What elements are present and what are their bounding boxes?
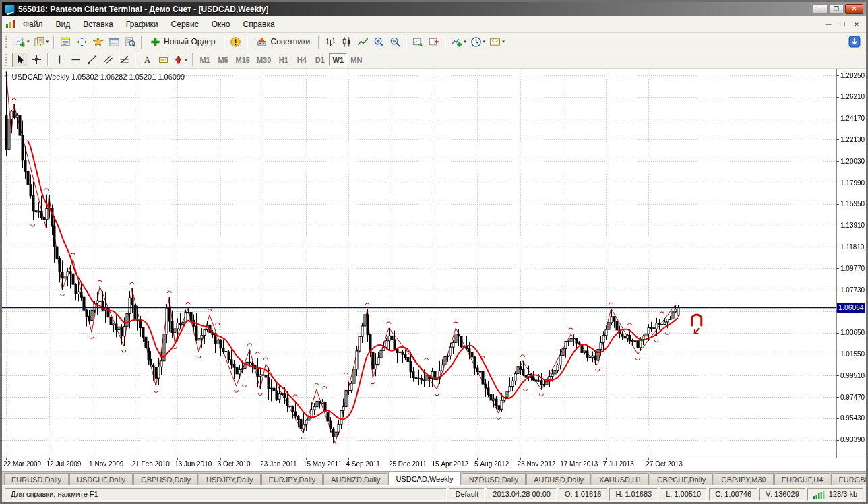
indicators-button[interactable]: ▾ xyxy=(449,34,468,49)
timeframe-mn-button[interactable]: MN xyxy=(347,53,365,66)
connection-signal-icon xyxy=(813,490,826,499)
text-icon: A xyxy=(142,55,152,65)
menu-view[interactable]: Вид xyxy=(50,17,77,32)
timeframe-h1-button[interactable]: H1 xyxy=(274,53,292,66)
tab-usdchf-daily[interactable]: USDCHF,Daily xyxy=(69,473,133,485)
periods-button[interactable]: ▾ xyxy=(468,34,488,49)
candlestick-chart-icon xyxy=(341,36,352,48)
terminal-icon xyxy=(108,36,120,48)
crosshair-button[interactable] xyxy=(28,53,44,67)
arrows-shapes-icon xyxy=(173,55,183,65)
price-chart-canvas[interactable] xyxy=(2,69,866,471)
timeframe-m15-button[interactable]: M15 xyxy=(232,53,253,66)
menu-charts[interactable]: Графики xyxy=(120,17,164,32)
candlestick-chart-button[interactable] xyxy=(338,34,354,49)
restore-button[interactable]: ❐ xyxy=(829,4,844,14)
status-profile[interactable]: Default xyxy=(449,488,485,501)
expert-advisors-label: Советники xyxy=(271,37,311,46)
community-icon xyxy=(848,36,861,48)
expert-advisors-button[interactable]: Советники xyxy=(251,34,316,49)
horizontal-line-icon xyxy=(71,55,81,65)
important-alert-button[interactable] xyxy=(228,34,244,49)
tab-eurgbp-daily[interactable]: EURGBP,Daily xyxy=(831,473,866,485)
new-chart-button[interactable]: ▾ xyxy=(12,34,32,49)
toolbar-separator xyxy=(445,36,446,49)
tab-audnzd-daily[interactable]: AUDNZD,Daily xyxy=(323,473,388,485)
text-label-button[interactable] xyxy=(155,53,171,67)
templates-icon xyxy=(489,36,501,48)
bar-chart-icon xyxy=(325,36,336,48)
tab-audusd-daily[interactable]: AUDUSD,Daily xyxy=(526,473,591,485)
line-chart-button[interactable] xyxy=(354,34,371,49)
chart-shift-button[interactable] xyxy=(426,34,442,49)
status-connection: 128/3 kb xyxy=(807,488,863,501)
data-window-button[interactable] xyxy=(73,34,90,49)
channel-button[interactable] xyxy=(100,53,116,67)
new-order-icon xyxy=(150,37,160,47)
tab-usdcad-weekly[interactable]: USDCAD,Weekly xyxy=(388,472,460,485)
market-watch-button[interactable] xyxy=(57,34,73,49)
menu-insert[interactable]: Вставка xyxy=(77,17,119,32)
toolbar-separator xyxy=(318,36,319,49)
tab-xauusd-h1[interactable]: XAUUSD,H1 xyxy=(592,473,649,485)
timeframe-m1-button[interactable]: M1 xyxy=(196,53,214,66)
mdi-minimize-button[interactable]: — xyxy=(822,20,834,30)
dropdown-arrow-icon: ▾ xyxy=(46,39,49,44)
menu-file[interactable]: Файл xyxy=(17,17,49,32)
timeframe-h4-button[interactable]: H4 xyxy=(292,53,311,66)
tab-gbpchf-daily[interactable]: GBPCHF,Daily xyxy=(650,473,713,485)
toolbar-separator xyxy=(141,36,142,49)
zoom-out-button[interactable] xyxy=(387,34,403,49)
timeframe-d1-button[interactable]: D1 xyxy=(311,53,329,66)
tab-gbpusd-daily[interactable]: GBPUSD,Daily xyxy=(133,473,198,485)
close-button[interactable]: ✕ xyxy=(845,4,863,14)
arrows-shapes-button[interactable]: ▾ xyxy=(171,53,189,67)
mdi-restore-button[interactable]: ❐ xyxy=(836,20,848,30)
dropdown-arrow-icon: ▾ xyxy=(502,39,505,44)
menu-tools[interactable]: Сервис xyxy=(165,17,205,32)
tab-eurjpy-daily[interactable]: EURJPY,Daily xyxy=(261,473,323,485)
chart-dropdown-icon[interactable]: ▾ xyxy=(5,74,8,80)
tab-gbpjpy-m30[interactable]: GBPJPY,M30 xyxy=(714,473,773,485)
app-icon xyxy=(5,5,15,14)
terminal-button[interactable] xyxy=(106,34,122,49)
standard-toolbar: ▾ ▾ Новый Ордер xyxy=(2,33,866,51)
auto-scroll-icon xyxy=(412,36,424,48)
bar-chart-button[interactable] xyxy=(322,34,338,49)
trendline-button[interactable] xyxy=(84,53,100,67)
tab-usdjpy-daily[interactable]: USDJPY,Daily xyxy=(199,473,261,485)
toolbar-separator xyxy=(135,53,136,66)
status-help-text: Для справки, нажмите F1 xyxy=(5,488,447,501)
navigator-button[interactable] xyxy=(90,34,106,49)
new-order-button[interactable]: Новый Ордер xyxy=(145,34,220,49)
line-chart-icon xyxy=(357,36,369,48)
tab-nzdusd-daily[interactable]: NZDUSD,Daily xyxy=(462,473,526,485)
tab-eurusd-daily[interactable]: EURUSD,Daily xyxy=(4,473,69,485)
line-studies-toolbar: A ▾ M1 M5 M15 M30 H1 H4 D1 W1 MN xyxy=(2,51,866,69)
timeframe-m30-button[interactable]: M30 xyxy=(253,53,274,66)
horizontal-line-button[interactable] xyxy=(67,53,84,67)
text-button[interactable]: A xyxy=(139,53,155,67)
zoom-in-button[interactable] xyxy=(371,34,387,49)
community-button[interactable] xyxy=(846,34,863,49)
minimize-button[interactable]: — xyxy=(813,4,828,14)
toolbar-grip[interactable] xyxy=(5,54,9,66)
menu-window[interactable]: Окно xyxy=(206,17,237,32)
cursor-button[interactable] xyxy=(12,53,28,67)
chart-area: ▾ USDCAD,Weekly 1.05302 1.06282 1.05201 … xyxy=(2,69,866,471)
strategy-tester-button[interactable] xyxy=(122,34,138,49)
menu-bar: Файл Вид Вставка Графики Сервис Окно Спр… xyxy=(2,16,866,33)
vertical-line-button[interactable] xyxy=(51,53,67,67)
timeframe-w1-button[interactable]: W1 xyxy=(329,53,347,66)
auto-scroll-button[interactable] xyxy=(410,34,426,49)
timeframe-m5-button[interactable]: M5 xyxy=(214,53,232,66)
tab-eurchf-h4[interactable]: EURCHF,H4 xyxy=(774,473,831,485)
mdi-close-button[interactable]: ✕ xyxy=(850,20,863,30)
profiles-button[interactable]: ▾ xyxy=(32,34,51,49)
menu-help[interactable]: Справка xyxy=(237,17,281,32)
toolbar-grip[interactable] xyxy=(5,36,9,48)
terminal-menu-icon[interactable] xyxy=(5,19,16,30)
fibonacci-button[interactable] xyxy=(116,53,132,67)
templates-button[interactable]: ▾ xyxy=(487,34,507,49)
market-watch-icon xyxy=(60,36,71,48)
